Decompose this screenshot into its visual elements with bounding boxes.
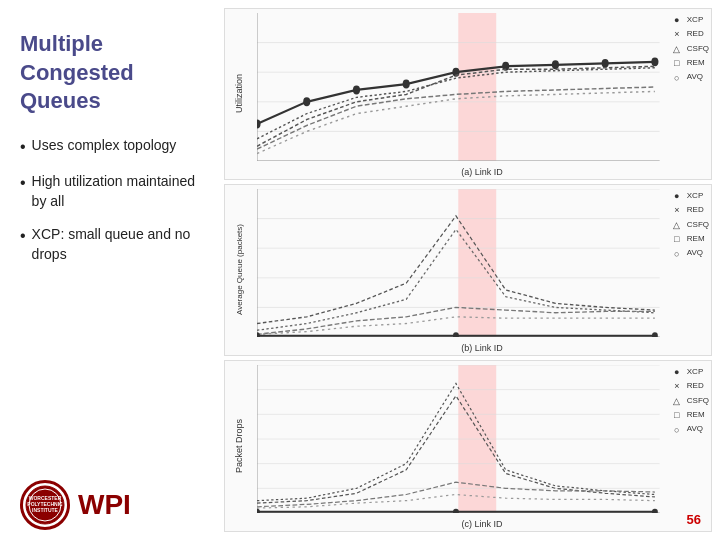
svg-text:INSTITUTE: INSTITUTE [32, 507, 58, 513]
wpi-seal-icon: WORCESTER POLYTECHNIC INSTITUTE [24, 484, 66, 526]
chart2-legend: ●XCP ×RED △CSFQ □REM ○AVQ [670, 189, 709, 261]
wpi-label: WPI [78, 489, 131, 521]
chart1-svg: 0.98 0.96 0.94 0.92 0.9 1 2 3 4 5 6 7 8 … [257, 13, 707, 161]
chart-queue: Average Queue (packets) [224, 184, 712, 356]
bullet-1: Uses complex topology [20, 136, 205, 158]
svg-rect-5 [458, 13, 496, 161]
svg-point-73 [257, 509, 260, 513]
bullet-4: XCP: small queue and no drops [20, 225, 205, 264]
logo-area: WORCESTER POLYTECHNIC INSTITUTE WPI [20, 480, 205, 530]
bullet-list: Uses complex topology High utilization m… [20, 136, 205, 470]
svg-point-16 [403, 80, 410, 89]
chart2-svg: 2500 2000 1500 1000 500 0 1 2 3 4 5 6 7 … [257, 189, 707, 337]
chart1-xlabel: (a) Link ID [461, 167, 503, 177]
bullet-2-text: High utilization maintained by all [32, 172, 205, 211]
chart-utilization: Utilization [224, 8, 712, 180]
svg-point-74 [453, 509, 459, 513]
svg-point-20 [602, 59, 609, 68]
chart3-svg: 12000 10000 8000 6000 4000 2000 0 1 2 3 … [257, 365, 707, 513]
chart3-xlabel: (c) Link ID [461, 519, 502, 529]
right-panel: Utilization [220, 0, 720, 540]
chart1-ylabel: Utilization [234, 74, 244, 113]
left-panel: Multiple Congested Queues Uses complex t… [0, 0, 220, 540]
bullet-2-3: High utilization maintained by all [20, 172, 205, 211]
svg-point-45 [257, 332, 260, 337]
svg-point-75 [652, 509, 658, 513]
chart1-legend: ●XCP ×RED △CSFQ □REM ○AVQ [670, 13, 709, 85]
chart-drops: Packet Drops [224, 360, 712, 532]
svg-point-46 [453, 332, 459, 337]
page-number: 56 [687, 512, 701, 527]
wpi-logo-circle: WORCESTER POLYTECHNIC INSTITUTE [20, 480, 70, 530]
chart2-ylabel: Average Queue (packets) [235, 224, 244, 315]
svg-point-19 [552, 60, 559, 69]
chart3-ylabel: Packet Drops [234, 419, 244, 473]
chart3-legend: ●XCP ×RED △CSFQ □REM ○AVQ [670, 365, 709, 437]
svg-point-21 [651, 57, 658, 66]
svg-point-13 [257, 120, 261, 129]
svg-point-47 [652, 332, 658, 337]
svg-point-15 [353, 86, 360, 95]
bullet-4-text: XCP: small queue and no drops [32, 225, 205, 264]
slide-title: Multiple Congested Queues [20, 30, 205, 116]
svg-rect-36 [458, 189, 496, 337]
svg-point-14 [303, 97, 310, 106]
chart2-xlabel: (b) Link ID [461, 343, 503, 353]
